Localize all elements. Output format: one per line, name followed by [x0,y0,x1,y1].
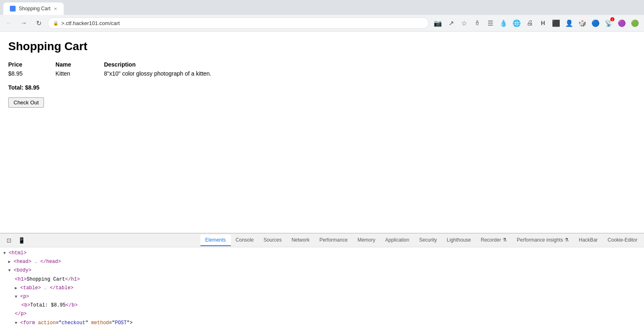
tab-application[interactable]: Application [380,235,414,246]
devtools-toolbar-icons: ⊡ 📱 [2,235,30,245]
cart-row: $8.95 Kitten 8"x10" color glossy photogr… [8,69,244,78]
html-line-b[interactable]: <b>Total: $8.95</b> [0,301,644,310]
page-content: Shopping Cart Price Name Description $8.… [0,32,644,233]
page-title: Shopping Cart [8,40,636,53]
total-amount: Total: $8.95 [8,84,39,91]
tab-console[interactable]: Console [231,235,259,246]
menu-icon[interactable]: ☰ [485,17,496,29]
inspect-icon[interactable]: ⊡ [5,235,13,245]
lock-icon: 🔒 [53,21,59,26]
col-description: Description [104,61,244,69]
forward-button[interactable]: → [18,17,30,29]
toolbar: ← → ↻ 🔒 >.ctf.hacker101.com/cart 📷 ↗ ☆ 🕯… [0,15,644,31]
tab-recorder[interactable]: Recorder ⚗ [476,235,512,246]
extension5-icon[interactable]: H [537,17,549,29]
cast-icon[interactable]: 📷 [432,17,444,29]
tab-hackbar[interactable]: HackBar [574,235,603,246]
extension8-icon[interactable]: 🎲 [577,17,588,29]
checkout-button[interactable]: Check Out [8,97,44,108]
tab-cookie-editor[interactable]: Cookie-Editor [603,235,642,246]
html-line-body[interactable]: ▼ <body> [0,266,644,275]
bookmark-icon[interactable]: ☆ [458,17,470,29]
extension3-icon[interactable]: 🌐 [511,17,522,29]
devtools-panel: ⊡ 📱 Elements Console Sources Network Per… [0,233,644,325]
extension10-icon[interactable]: 📡1 [603,17,614,29]
devtools-elements-content: ▼ <html> ▶ <head> … </head> ▼ <body> <h1… [0,247,644,325]
tab-performance[interactable]: Performance [315,235,353,246]
tab-bar: Shopping Cart ✕ [0,0,644,15]
total-line: Total: $8.95 [8,84,636,91]
browser-chrome: Shopping Cart ✕ ← → ↻ 🔒 >.ctf.hacker101.… [0,0,644,32]
extension6-icon[interactable]: ⬛ [550,17,562,29]
html-line-table[interactable]: ▶ <table> … </table> [0,284,644,293]
tab-memory[interactable]: Memory [352,235,380,246]
html-line-form[interactable]: ▼ <form action="checkout" method="POST"> [0,319,644,325]
tab-title: Shopping Cart [19,6,51,12]
devtools-tabs: ⊡ 📱 Elements Console Sources Network Per… [0,233,644,247]
extension11-icon[interactable]: 🟣 [616,17,628,29]
tab-network[interactable]: Network [287,235,315,246]
device-icon[interactable]: 📱 [16,235,27,245]
col-price: Price [8,61,55,69]
address-bar[interactable]: 🔒 >.ctf.hacker101.com/cart [48,17,429,29]
extension9-icon[interactable]: 🔵 [590,17,601,29]
tab-close-button[interactable]: ✕ [54,7,57,11]
cart-table: Price Name Description $8.95 Kitten 8"x1… [8,61,244,78]
tab-elements[interactable]: Elements [200,235,231,246]
share-icon[interactable]: ↗ [445,17,457,29]
item-description: 8"x10" color glossy photograph of a kitt… [104,69,244,78]
item-price: $8.95 [8,69,55,78]
html-line-h1[interactable]: <h1>Shopping Cart</h1> [0,275,644,284]
extension1-icon[interactable]: 🕯 [472,17,483,29]
toolbar-icons: 📷 ↗ ☆ 🕯 ☰ 💧 🌐 🖨 H ⬛ 👤 🎲 🔵 📡1 🟣 🟢 [432,17,641,29]
tab-security[interactable]: Security [414,235,442,246]
extension2-icon[interactable]: 💧 [498,17,509,29]
url-text: >.ctf.hacker101.com/cart [61,20,120,26]
tab-sources[interactable]: Sources [259,235,287,246]
html-line-html[interactable]: ▼ <html> [0,249,644,258]
tab-performance-insights[interactable]: Performance insights ⚗ [512,235,574,246]
tab-favicon [10,6,16,12]
col-name: Name [55,61,104,69]
html-line-head[interactable]: ▶ <head> … </head> [0,258,644,266]
extension12-icon[interactable]: 🟢 [629,17,641,29]
reload-button[interactable]: ↻ [33,17,44,29]
back-button[interactable]: ← [3,17,15,29]
item-name: Kitten [55,69,104,78]
active-tab[interactable]: Shopping Cart ✕ [3,2,64,15]
tab-lighthouse[interactable]: Lighthouse [442,235,476,246]
html-line-p-close[interactable]: </p> [0,310,644,318]
extension4-icon[interactable]: 🖨 [524,17,536,29]
html-line-p-open[interactable]: ▼ <p> [0,293,644,301]
extension7-icon[interactable]: 👤 [564,17,575,29]
